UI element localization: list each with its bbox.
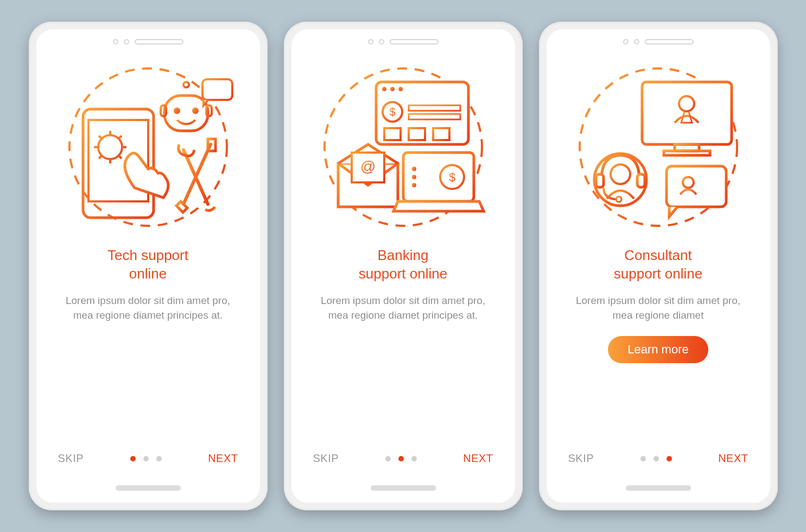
svg-point-34 (412, 167, 416, 171)
svg-point-8 (183, 82, 189, 87)
next-button[interactable]: NEXT (463, 452, 493, 465)
consultant-support-icon (569, 58, 748, 237)
next-button[interactable]: NEXT (718, 452, 748, 465)
dot-1[interactable] (385, 456, 391, 461)
page-dots[interactable] (640, 456, 672, 461)
onboarding-screen: Consultantsupport online Lorem ipsum dol… (547, 29, 770, 503)
dot-2[interactable] (398, 456, 404, 461)
tech-support-icon (59, 58, 238, 237)
screen-title: Tech supportonline (107, 246, 188, 283)
phone-mockup: Tech supportonline Lorem ipsum dolor sit… (29, 22, 268, 510)
screen-title: Bankingsupport online (359, 246, 447, 283)
svg-point-5 (174, 107, 180, 114)
svg-text:@: @ (360, 158, 375, 175)
svg-point-36 (412, 175, 416, 179)
svg-rect-4 (164, 96, 208, 131)
page-dots[interactable] (130, 456, 162, 461)
screen-title: Consultantsupport online (614, 246, 702, 283)
dot-3[interactable] (411, 456, 417, 461)
screen-body: Lorem ipsum dolor sit dim amet pro, mea … (55, 293, 242, 323)
svg-rect-54 (667, 166, 726, 207)
banking-support-icon: $ @ $ (314, 58, 493, 237)
svg-text:$: $ (448, 170, 455, 184)
learn-more-button[interactable]: Learn more (608, 336, 708, 363)
screen-body: Lorem ipsum dolor sit dim amet pro, mea … (565, 293, 752, 323)
screen-body: Lorem ipsum dolor sit dim amet pro, mea … (310, 293, 497, 323)
phone-mockup: Consultantsupport online Lorem ipsum dol… (539, 22, 778, 510)
nav-row: SKIP NEXT (36, 452, 260, 465)
svg-point-18 (382, 87, 386, 91)
home-indicator (626, 485, 691, 491)
home-indicator (371, 485, 436, 491)
page-dots[interactable] (385, 456, 417, 461)
svg-rect-51 (596, 174, 604, 187)
nav-row: SKIP NEXT (547, 452, 770, 465)
skip-button[interactable]: SKIP (313, 452, 339, 465)
svg-point-38 (412, 183, 416, 187)
dot-1[interactable] (130, 456, 136, 461)
home-indicator (116, 485, 181, 491)
svg-rect-52 (637, 174, 645, 187)
svg-rect-41 (642, 82, 732, 144)
svg-rect-43 (664, 151, 710, 155)
phone-speaker (368, 39, 439, 45)
svg-text:$: $ (389, 106, 395, 118)
dot-3[interactable] (667, 456, 672, 461)
skip-button[interactable]: SKIP (58, 452, 84, 465)
svg-point-19 (390, 87, 395, 91)
onboarding-screen: $ @ $ Bankingsu (291, 29, 515, 503)
phone-mockup: $ @ $ Bankingsu (284, 22, 523, 510)
skip-button[interactable]: SKIP (568, 452, 594, 465)
phone-speaker (623, 39, 694, 45)
nav-row: SKIP NEXT (291, 452, 515, 465)
phone-speaker (113, 39, 183, 45)
dot-1[interactable] (640, 456, 646, 461)
svg-point-6 (192, 107, 199, 114)
dot-2[interactable] (143, 456, 149, 461)
next-button[interactable]: NEXT (208, 452, 238, 465)
onboarding-screen: Tech supportonline Lorem ipsum dolor sit… (36, 29, 260, 503)
dot-2[interactable] (653, 456, 659, 461)
svg-point-20 (398, 87, 403, 91)
svg-rect-11 (202, 79, 232, 100)
dot-3[interactable] (156, 456, 162, 461)
